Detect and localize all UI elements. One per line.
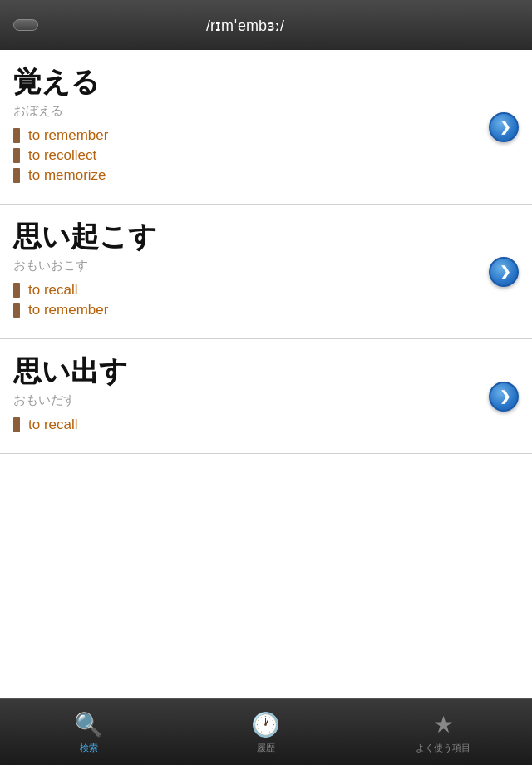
- search-button[interactable]: [13, 19, 38, 31]
- meanings-2: to recallto remember: [13, 282, 519, 318]
- tab-favorites-label: よく使う項目: [416, 742, 470, 754]
- header-title: /rɪmˈembɜː/: [38, 16, 452, 35]
- list-item: to recollect: [13, 147, 519, 164]
- meanings-1: to rememberto recollectto memorize: [13, 127, 519, 184]
- entry-2: 思い起こすおもいおこすto recallto remember: [0, 205, 532, 339]
- tab-search-label: 検索: [80, 742, 98, 754]
- tab-search[interactable]: 🔍検索: [0, 711, 177, 754]
- reading-2: おもいおこす: [13, 258, 519, 274]
- meaning-text: to recollect: [28, 147, 96, 164]
- list-item: to remember: [13, 302, 519, 318]
- tab-favorites-icon: ★: [433, 711, 454, 738]
- kanji-1: 覚える: [13, 63, 519, 101]
- meaning-text: to memorize: [28, 167, 106, 184]
- kanji-2: 思い起こす: [13, 218, 519, 256]
- entry-arrow-button[interactable]: [489, 257, 519, 287]
- tab-history-label: 履歴: [257, 742, 275, 754]
- kanji-3: 思い出す: [13, 353, 519, 391]
- meaning-text: to recall: [28, 282, 78, 299]
- app-header: /rɪmˈembɜː/: [0, 0, 532, 50]
- tab-bar: 🔍検索🕐履歴★よく使う項目: [0, 698, 532, 765]
- meaning-text: to remember: [28, 302, 108, 318]
- tab-search-icon: 🔍: [74, 711, 103, 738]
- reading-1: おぼえる: [13, 103, 519, 119]
- reading-3: おもいだす: [13, 392, 519, 408]
- content-area: 覚えるおぼえるto rememberto recollectto memoriz…: [0, 50, 532, 698]
- list-item: to remember: [13, 127, 519, 144]
- list-item: to memorize: [13, 167, 519, 184]
- list-item: to recall: [13, 282, 519, 299]
- header-phonetic: /rɪmˈembɜː/: [206, 17, 284, 34]
- bullet-icon: [13, 417, 20, 432]
- tab-history-icon: 🕐: [251, 711, 280, 738]
- bullet-icon: [13, 148, 20, 163]
- entry-3: 思い出すおもいだすto recall: [0, 339, 532, 454]
- tab-favorites[interactable]: ★よく使う項目: [355, 711, 532, 754]
- meanings-3: to recall: [13, 417, 519, 433]
- bullet-icon: [13, 128, 20, 143]
- meaning-text: to recall: [28, 417, 78, 433]
- entry-1: 覚えるおぼえるto rememberto recollectto memoriz…: [0, 50, 532, 205]
- entry-arrow-button[interactable]: [489, 112, 519, 142]
- meaning-text: to remember: [28, 127, 108, 144]
- entry-arrow-button[interactable]: [489, 382, 519, 412]
- tab-history[interactable]: 🕐履歴: [177, 711, 354, 754]
- bullet-icon: [13, 283, 20, 298]
- bullet-icon: [13, 168, 20, 183]
- list-item: to recall: [13, 417, 519, 433]
- bullet-icon: [13, 303, 20, 318]
